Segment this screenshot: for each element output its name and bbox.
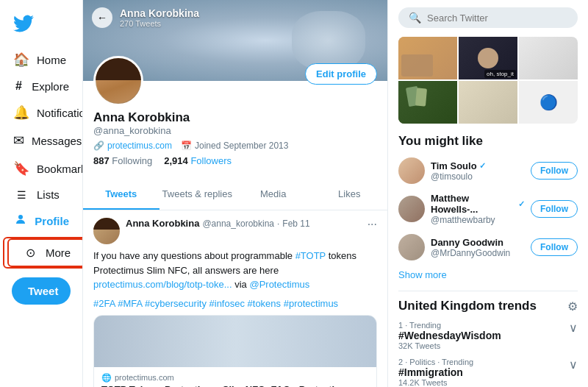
tweet-author-avatar (93, 218, 120, 244)
link-card-image (94, 316, 376, 367)
sidebar-item-home[interactable]: 🏠 Home (0, 46, 82, 74)
tweet-mention[interactable]: @Protectimus (249, 279, 309, 290)
sidebar-item-label: Notifications (37, 107, 83, 119)
you-might-like-title: You might like (398, 134, 578, 149)
profile-website[interactable]: 🔗 protectimus.com (93, 141, 172, 151)
link-card-title: TOTP Tokens Protectimus Slim NFC: FAQ - … (101, 384, 369, 388)
link-preview-card[interactable]: 🌐 protectimus.com TOTP Tokens Protectimu… (93, 315, 377, 388)
follow-item-danny: Danny Goodwin @MrDannyGoodwin Follow (398, 234, 578, 260)
follow-item-tim: Tim Soulo ✓ @timsoulo Follow (398, 157, 578, 184)
follow-button-danny[interactable]: Follow (531, 238, 578, 256)
sidebar-item-explore[interactable]: # Explore (0, 74, 82, 99)
trend-2-expand-icon[interactable]: ∨ (569, 358, 578, 372)
followers-label: Followers (190, 155, 232, 166)
profile-joined: 📅 Joined September 2013 (181, 141, 288, 151)
tweet-avatar-hair (93, 218, 120, 230)
profile-nav-name: Anna Korobkina (120, 7, 199, 19)
matthew-avatar (398, 196, 425, 222)
tweet-author-handle: @anna_korobkina (202, 219, 274, 229)
photo-cell-2: oh, stop_it (459, 37, 517, 79)
trends-header: United Kingdom trends ⚙ (398, 299, 578, 313)
sidebar-item-lists[interactable]: ☰ Lists (0, 182, 82, 207)
danny-handle: @MrDannyGoodwin (431, 248, 525, 258)
sidebar-item-label: Messages (32, 135, 82, 147)
tweet-link[interactable]: protectimus.com/blog/totp-toke... (93, 279, 232, 290)
tweet-hashtag1[interactable]: #TOTP (295, 250, 326, 261)
globe-icon: 🌐 (101, 373, 112, 383)
trend-item-2: 2 · Politics · Trending #Immigration 14.… (398, 358, 578, 387)
avatar-hair (96, 59, 140, 80)
profile-nav-bar: ← Anna Korobkina 270 Tweets (83, 3, 387, 32)
danny-info: Danny Goodwin @MrDannyGoodwin (431, 237, 525, 258)
sidebar-item-label: Explore (32, 80, 69, 93)
tim-name: Tim Soulo ✓ (431, 160, 525, 171)
tweet-date: Feb 11 (282, 219, 309, 229)
edit-profile-button[interactable]: Edit profile (305, 63, 377, 85)
profile-name: Anna Korobkina (93, 110, 377, 125)
photo-cell-4 (398, 81, 457, 124)
followers-stat[interactable]: 2,914 Followers (164, 155, 232, 166)
link-card-image-inner (94, 316, 376, 367)
tab-tweets[interactable]: Tweets (83, 180, 159, 210)
avatar (93, 56, 143, 106)
verified-icon-matthew: ✓ (518, 199, 525, 209)
sidebar-item-messages[interactable]: ✉ Messages (0, 127, 82, 155)
sidebar-item-label: Profile (35, 215, 69, 227)
tweet-author-name: Anna Korobkina (126, 218, 199, 229)
follow-button-tim[interactable]: Follow (531, 162, 578, 180)
tab-tweets-replies[interactable]: Tweets & replies (159, 180, 236, 210)
profile-tabs: Tweets Tweets & replies Media Likes (83, 180, 387, 210)
svg-point-0 (18, 215, 23, 219)
back-button[interactable]: ← (92, 7, 112, 28)
following-stat[interactable]: 887 Following (93, 155, 152, 166)
tweet-header: Anna Korobkina @anna_korobkina · Feb 11 … (93, 218, 377, 244)
right-sidebar: 🔍 oh, stop_it (388, 0, 588, 387)
sidebar-item-more[interactable]: ⊙ More (7, 238, 83, 267)
trend-1-name[interactable]: #WednesdayWisdom (398, 330, 501, 341)
tim-avatar (398, 157, 425, 184)
search-bar[interactable]: 🔍 (398, 7, 578, 28)
search-icon: 🔍 (409, 12, 421, 24)
avatar-area: Edit profile (83, 56, 387, 106)
matthew-handle: @matthewbarby (431, 215, 525, 225)
sidebar: 🏠 Home # Explore 🔔 Notifications ✉ Messa… (0, 0, 83, 387)
tweet-card: Anna Korobkina @anna_korobkina · Feb 11 … (83, 210, 387, 387)
tab-likes[interactable]: Likes (312, 180, 388, 210)
more-box-outline: ⊙ More (3, 237, 83, 269)
danny-avatar (398, 234, 425, 260)
photo-cell-5 (459, 81, 517, 124)
link-card-domain: 🌐 protectimus.com (101, 373, 369, 383)
sidebar-item-profile[interactable]: Profile (0, 207, 82, 235)
show-more-link[interactable]: Show more (398, 269, 578, 280)
sidebar-item-label: Home (37, 54, 66, 66)
tweet-more-button[interactable]: ··· (368, 218, 377, 231)
search-input[interactable] (427, 13, 567, 24)
trend-2-name[interactable]: #Immigration (398, 366, 473, 378)
sidebar-item-notifications[interactable]: 🔔 Notifications (0, 99, 82, 127)
photos-grid: oh, stop_it 🔵 (398, 37, 578, 124)
sidebar-item-label: Bookmarks (37, 163, 83, 175)
following-label: Following (112, 155, 152, 166)
follow-button-matthew[interactable]: Follow (531, 200, 578, 218)
trend-2-count: 14.2K Tweets (398, 378, 473, 387)
more-icon: ⊙ (22, 246, 38, 260)
twitter-logo (0, 7, 49, 43)
photo-cell-3 (519, 37, 578, 79)
verified-icon-tim: ✓ (479, 161, 486, 171)
tweet-hashtags: #2FA #MFA #cybersecurity #infosec #token… (93, 298, 377, 309)
profile-meta: 🔗 protectimus.com 📅 Joined September 201… (93, 141, 377, 151)
calendar-icon: 📅 (181, 141, 192, 151)
sidebar-more-label: More (46, 246, 71, 259)
trend-1-expand-icon[interactable]: ∨ (569, 321, 578, 335)
sidebar-item-bookmarks[interactable]: 🔖 Bookmarks (0, 155, 82, 182)
danny-name: Danny Goodwin (431, 237, 525, 248)
matthew-info: Matthew Howells-... ✓ @matthewbarby (431, 193, 525, 225)
tim-handle: @timsoulo (431, 171, 525, 182)
divider (398, 291, 578, 291)
tweet-text-via: via (232, 279, 250, 290)
profile-handle: @anna_korobkina (93, 125, 377, 136)
profile-nav-info: Anna Korobkina 270 Tweets (120, 7, 199, 28)
tab-media[interactable]: Media (235, 180, 312, 210)
tweet-button[interactable]: Tweet (12, 277, 71, 305)
trends-settings-icon[interactable]: ⚙ (567, 299, 578, 313)
